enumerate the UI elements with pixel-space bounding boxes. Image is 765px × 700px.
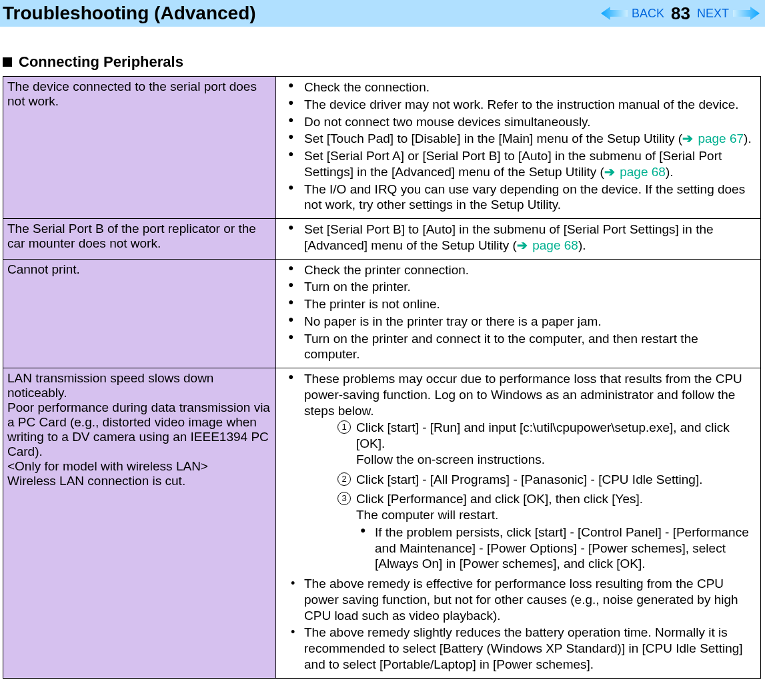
next-arrow-icon[interactable]	[733, 5, 760, 21]
section-heading-text: Connecting Peripherals	[19, 53, 183, 71]
step-text: Click [Performance] and click [OK], then…	[356, 492, 643, 506]
nav-group: BACK 83 NEXT	[601, 3, 765, 24]
solution-cell: Check the connection. The device driver …	[276, 77, 761, 219]
table-row: LAN transmission speed slows down notice…	[3, 368, 761, 679]
list-item: Check the connection.	[304, 79, 756, 95]
solution-cell: Set [Serial Port B] to [Auto] in the sub…	[276, 219, 761, 260]
right-arrow-icon: ➔	[517, 238, 529, 252]
list-item-text: These problems may occur due to performa…	[304, 372, 742, 418]
list-item-text: ).	[666, 165, 674, 179]
issue-cell: LAN transmission speed slows down notice…	[3, 368, 276, 679]
note-item: The above remedy slightly reduces the ba…	[304, 625, 756, 672]
page-link[interactable]: page 68	[616, 165, 666, 179]
list-item: Set [Touch Pad] to [Disable] in the [Mai…	[304, 131, 756, 147]
page-title: Troubleshooting (Advanced)	[0, 3, 256, 24]
list-item: Check the printer connection.	[304, 262, 756, 278]
list-item: The I/O and IRQ you can use vary dependi…	[304, 182, 756, 214]
page-link[interactable]: page 67	[694, 131, 744, 145]
page-number: 83	[668, 3, 693, 24]
note-item: The above remedy is effective for perfor…	[304, 576, 756, 623]
list-item: The device driver may not work. Refer to…	[304, 97, 756, 113]
right-arrow-icon: ➔	[682, 131, 694, 145]
list-item: No paper is in the printer tray or there…	[304, 314, 756, 330]
step-text: Click [start] - [All Programs] - [Panaso…	[356, 472, 703, 486]
square-bullet-icon	[3, 57, 12, 67]
step-item: Click [start] - [Run] and input [c:\util…	[356, 420, 756, 467]
list-item: The printer is not online.	[304, 296, 756, 312]
list-item: Turn on the printer and connect it to th…	[304, 331, 756, 363]
issue-cell: Cannot print.	[3, 259, 276, 368]
issue-cell: The device connected to the serial port …	[3, 77, 276, 219]
step-after: The computer will restart.	[356, 508, 498, 522]
list-item-text: Set [Touch Pad] to [Disable] in the [Mai…	[304, 131, 682, 145]
list-item-text: Set [Serial Port B] to [Auto] in the sub…	[304, 222, 714, 252]
right-arrow-icon: ➔	[604, 165, 616, 179]
sub-step: If the problem persists, click [start] -…	[375, 524, 756, 572]
list-item-text: ).	[578, 238, 586, 252]
solution-cell: Check the printer connection. Turn on th…	[276, 259, 761, 368]
page-link[interactable]: page 68	[529, 238, 578, 252]
troubleshooting-table: The device connected to the serial port …	[3, 76, 761, 679]
step-item: Click [start] - [All Programs] - [Panaso…	[356, 472, 756, 488]
issue-cell: The Serial Port B of the port replicator…	[3, 219, 276, 260]
title-bar: Troubleshooting (Advanced) BACK 83 NEXT	[0, 0, 765, 27]
step-item: Click [Performance] and click [OK], then…	[356, 491, 756, 572]
list-item-text: ).	[744, 131, 752, 145]
list-item: Turn on the printer.	[304, 279, 756, 295]
section-heading: Connecting Peripherals	[3, 53, 765, 71]
list-item: Set [Serial Port B] to [Auto] in the sub…	[304, 222, 756, 254]
step-text: Click [start] - [Run] and input [c:\util…	[356, 420, 730, 450]
next-button[interactable]: NEXT	[696, 7, 730, 21]
list-item: Set [Serial Port A] or [Serial Port B] t…	[304, 148, 756, 180]
back-arrow-icon[interactable]	[601, 5, 628, 21]
step-after: Follow the on-screen instructions.	[356, 452, 545, 466]
solution-cell: These problems may occur due to performa…	[276, 368, 761, 679]
table-row: The Serial Port B of the port replicator…	[3, 219, 761, 260]
table-row: The device connected to the serial port …	[3, 77, 761, 219]
list-item: Do not connect two mouse devices simulta…	[304, 114, 756, 130]
back-button[interactable]: BACK	[630, 7, 666, 21]
list-item: These problems may occur due to performa…	[304, 371, 756, 572]
table-row: Cannot print. Check the printer connecti…	[3, 259, 761, 368]
